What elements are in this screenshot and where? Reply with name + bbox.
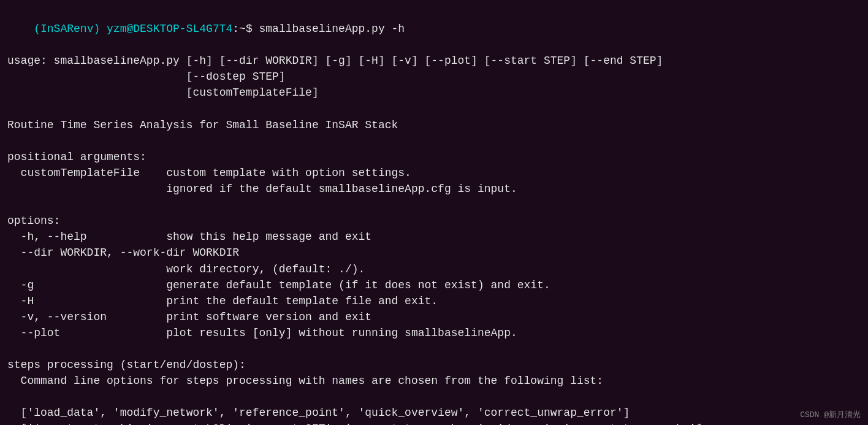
username-hostname: yzm@DESKTOP-SL4G7T4 bbox=[107, 23, 232, 35]
empty-line-5 bbox=[7, 389, 861, 405]
positional-header: positional arguments: bbox=[7, 149, 861, 165]
steps-header: steps processing (start/end/dostep): bbox=[7, 357, 861, 373]
empty-line-2 bbox=[7, 133, 861, 149]
steps-desc: Command line options for steps processin… bbox=[7, 373, 861, 389]
prompt-path: :~$ bbox=[232, 23, 252, 35]
opt-help: -h, --help show this help message and ex… bbox=[7, 229, 861, 245]
positional-arg2: ignored if the default smallbaselineApp.… bbox=[7, 181, 861, 197]
steps-list-1: ['load_data', 'modify_network', 'referen… bbox=[7, 405, 861, 421]
opt-g: -g generate default template (if it does… bbox=[7, 277, 861, 293]
terminal-window: (InSARenv) yzm@DESKTOP-SL4G7T4:~$ smallb… bbox=[0, 0, 868, 425]
description-line: Routine Time Series Analysis for Small B… bbox=[7, 117, 861, 133]
opt-dir-desc: work directory, (default: ./). bbox=[7, 261, 861, 277]
steps-list-2: ['invert_network', 'correct_LOD', 'corre… bbox=[7, 421, 861, 425]
positional-arg1: customTemplateFile custom template with … bbox=[7, 165, 861, 181]
usage-line-2: [--dostep STEP] bbox=[7, 69, 861, 85]
options-header: options: bbox=[7, 213, 861, 229]
empty-line-3 bbox=[7, 197, 861, 213]
env-indicator: (InSARenv) bbox=[34, 23, 107, 35]
usage-line-3: [customTemplateFile] bbox=[7, 85, 861, 101]
opt-dir: --dir WORKDIR, --work-dir WORKDIR bbox=[7, 245, 861, 261]
opt-v: -v, --version print software version and… bbox=[7, 309, 861, 325]
opt-H: -H print the default template file and e… bbox=[7, 293, 861, 309]
empty-line-1 bbox=[7, 101, 861, 117]
prompt-line: (InSARenv) yzm@DESKTOP-SL4G7T4:~$ smallb… bbox=[7, 5, 861, 53]
usage-line-1: usage: smallbaselineApp.py [-h] [--dir W… bbox=[7, 53, 861, 69]
command-text: smallbaselineApp.py -h bbox=[253, 23, 405, 35]
watermark: CSDN @新月清光 bbox=[800, 409, 861, 420]
opt-plot: --plot plot results [only] without runni… bbox=[7, 325, 861, 341]
empty-line-4 bbox=[7, 341, 861, 357]
